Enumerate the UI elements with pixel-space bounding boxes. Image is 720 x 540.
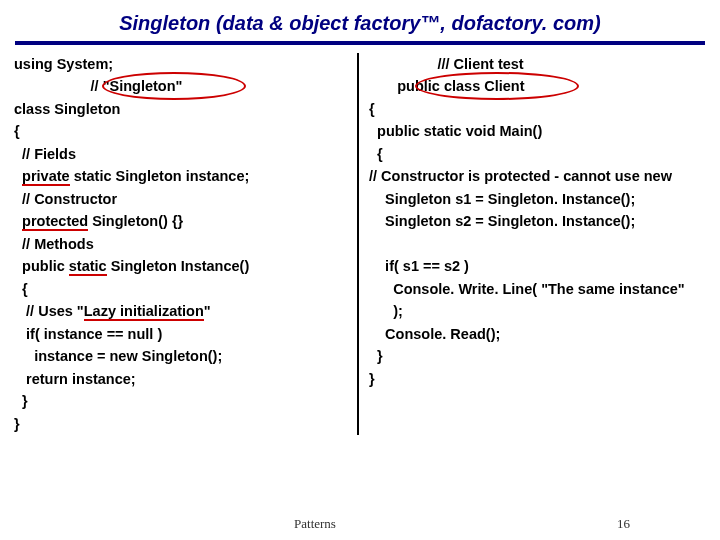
code-line: Console. Write. Line( "The same instance… (369, 278, 706, 300)
code-line: instance = new Singleton(); (14, 345, 351, 367)
footer-center: Patterns (140, 516, 490, 532)
code-line: } (369, 368, 706, 390)
code-line: if( instance == null ) (14, 323, 351, 345)
underline-lazy-init: Lazy initialization (84, 303, 204, 321)
code-line: if( s1 == s2 ) (369, 255, 706, 277)
code-line: } (369, 345, 706, 367)
code-line: Singleton s2 = Singleton. Instance(); (369, 210, 706, 232)
left-code-column: using System; // "Singleton" class Singl… (14, 53, 359, 435)
code-line: { (14, 278, 351, 300)
code-line: public static void Main() (369, 120, 706, 142)
code-line: { (369, 98, 706, 120)
code-line: public static Singleton Instance() (14, 255, 351, 277)
footer: Patterns 16 (0, 516, 720, 532)
code-line: { (369, 143, 706, 165)
code-line: public class Client (369, 75, 706, 97)
code-line: // Constructor is protected - cannot use… (369, 165, 706, 187)
code-line: // Uses "Lazy initialization" (14, 300, 351, 322)
code-line: // Fields (14, 143, 351, 165)
code-line: ); (369, 300, 706, 322)
code-line: protected Singleton() {} (14, 210, 351, 232)
right-code-column: /// Client test public class Client { pu… (359, 53, 706, 435)
code-line: /// Client test (369, 53, 706, 75)
underline-protected: protected (22, 213, 88, 231)
code-line: // Methods (14, 233, 351, 255)
code-line: class Singleton (14, 98, 351, 120)
underline-private: private (22, 168, 70, 186)
code-line: { (14, 120, 351, 142)
code-line: Singleton s1 = Singleton. Instance(); (369, 188, 706, 210)
code-line: using System; (14, 53, 351, 75)
code-line: return instance; (14, 368, 351, 390)
title-underline (15, 41, 705, 45)
code-line: private static Singleton instance; (14, 165, 351, 187)
code-line: } (14, 413, 351, 435)
code-line (369, 233, 706, 255)
code-line: // Constructor (14, 188, 351, 210)
slide-title: Singleton (data & object factory™, dofac… (0, 0, 720, 41)
code-line: Console. Read(); (369, 323, 706, 345)
footer-page-number: 16 (490, 516, 720, 532)
code-line: // "Singleton" (14, 75, 351, 97)
code-line: } (14, 390, 351, 412)
underline-static: static (69, 258, 107, 276)
code-columns: using System; // "Singleton" class Singl… (0, 53, 720, 435)
